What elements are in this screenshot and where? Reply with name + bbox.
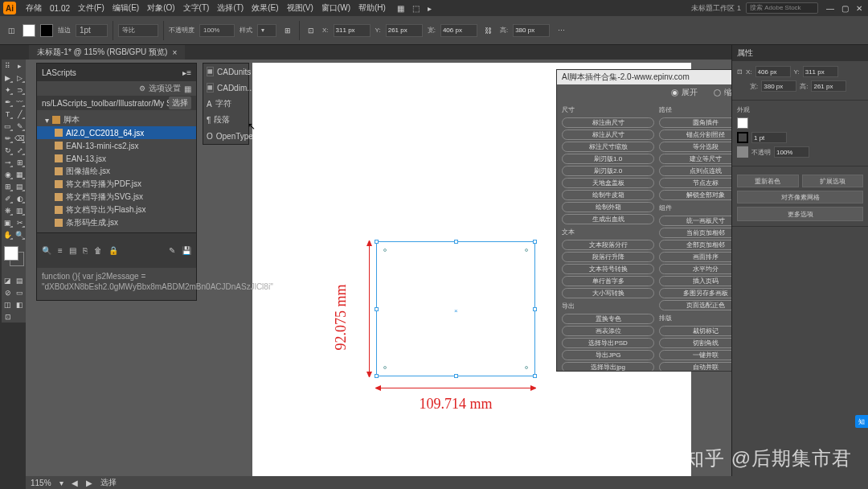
script-item[interactable]: EAN-13.jsx bbox=[37, 152, 196, 165]
script-pill[interactable]: 刷刃版2.0 bbox=[562, 166, 654, 176]
more-icon[interactable]: ⋯ bbox=[555, 24, 567, 37]
gear-icon[interactable]: ⚙ bbox=[139, 84, 145, 92]
window-minimize-icon[interactable]: — bbox=[825, 2, 836, 14]
width-tool[interactable]: ⊸ bbox=[2, 156, 14, 168]
profile-select[interactable]: 等比 bbox=[118, 24, 158, 37]
rotate-tool[interactable]: ↻ bbox=[2, 144, 14, 156]
menu-br-icon[interactable]: ▦ bbox=[394, 2, 407, 14]
collapse-icon[interactable]: ▸ bbox=[14, 60, 26, 72]
screen-mode-icon[interactable]: ⊡ bbox=[2, 310, 14, 323]
magic-wand-tool[interactable]: ✦ bbox=[2, 84, 14, 96]
color-mode-icon[interactable]: ◪ bbox=[2, 274, 14, 286]
copy-icon[interactable]: ⎘ bbox=[83, 246, 88, 255]
trash-icon[interactable]: 🗑 bbox=[94, 246, 102, 255]
slice-tool[interactable]: ✂ bbox=[14, 216, 26, 228]
prop-w-field[interactable] bbox=[761, 80, 796, 92]
menu-window[interactable]: 窗口(W) bbox=[318, 1, 354, 15]
gradient-tool[interactable]: ▤ bbox=[14, 180, 26, 192]
folder-node[interactable]: ▾脚本 bbox=[37, 113, 196, 126]
transform-anchor-icon[interactable]: ⊡ bbox=[305, 24, 317, 37]
pen-tool[interactable]: ✒ bbox=[2, 96, 14, 108]
mesh-tool[interactable]: ⊞ bbox=[2, 180, 14, 192]
dock-item[interactable]: ¶段落 bbox=[203, 112, 248, 128]
line-tool[interactable]: ╱ bbox=[14, 108, 26, 120]
color-picker[interactable] bbox=[2, 244, 26, 273]
opacity-field[interactable]: 100% bbox=[199, 24, 235, 37]
script-item[interactable]: 条形码生成.jsx bbox=[37, 216, 196, 229]
script-pill[interactable]: 绘制牛皮箱 bbox=[562, 190, 654, 200]
lasso-tool[interactable]: ⊃ bbox=[14, 84, 26, 96]
script-pill[interactable]: 生成出血线 bbox=[562, 214, 654, 224]
save-icon[interactable]: 💾 bbox=[182, 246, 191, 255]
menu-help[interactable]: 帮助(H) bbox=[355, 1, 389, 15]
align-pixel-button[interactable]: 对齐像素网格 bbox=[737, 191, 863, 203]
eraser-tool[interactable]: ⌫ bbox=[14, 132, 26, 144]
script-item[interactable]: EAN-13-mini-cs2.jsx bbox=[37, 139, 196, 152]
graph-tool[interactable]: ▥ bbox=[14, 204, 26, 216]
stroke-icon[interactable] bbox=[737, 132, 748, 143]
script-item[interactable]: AI2.0_CC2018_64.jsx bbox=[37, 126, 196, 139]
stroke-weight-field[interactable]: 1 pt bbox=[76, 24, 108, 37]
prop-y-field[interactable] bbox=[803, 66, 838, 77]
align-icon[interactable]: ⊞ bbox=[281, 24, 294, 37]
workspace-name[interactable]: 未标题工作区 1 bbox=[688, 2, 744, 15]
fold-icon[interactable]: ▤ bbox=[69, 246, 76, 255]
anchor-icon[interactable]: ⊡ bbox=[737, 68, 743, 76]
grip-icon[interactable]: ⠿ bbox=[2, 60, 14, 72]
menu-edit[interactable]: 编辑(E) bbox=[109, 1, 142, 15]
nav-prev-icon[interactable]: ◀ bbox=[72, 479, 78, 487]
path-field[interactable]: ns/LAScripts_toolbar/Illustrator/My Scri… bbox=[42, 99, 169, 108]
script-pill[interactable]: 导出JPG bbox=[562, 350, 654, 360]
dock-item[interactable]: A字符 bbox=[203, 96, 248, 112]
script-pill[interactable]: 标注从尺寸 bbox=[562, 129, 654, 140]
w-field[interactable] bbox=[440, 24, 477, 37]
script-pill[interactable]: 画表添位 bbox=[562, 326, 654, 336]
prop-stroke-field[interactable] bbox=[751, 132, 787, 143]
settings-label[interactable]: 选项设置 bbox=[149, 83, 181, 94]
script-pill[interactable]: 置换专色 bbox=[562, 314, 654, 324]
script-pill[interactable]: 文本段落分行 bbox=[562, 240, 654, 250]
script-item[interactable]: 将文档导播为PDF.jsx bbox=[37, 178, 196, 191]
script-pill[interactable]: 标注尺寸缩放 bbox=[562, 142, 654, 152]
fill-swatch[interactable] bbox=[23, 24, 35, 37]
x-field[interactable] bbox=[334, 24, 371, 37]
script-pill[interactable]: 选择导出jpg bbox=[562, 362, 654, 371]
menu-arrange-icon[interactable]: ▸ bbox=[424, 2, 435, 14]
draw-behind-icon[interactable]: ◫ bbox=[2, 298, 14, 310]
search-icon[interactable]: 🔍 bbox=[42, 246, 51, 255]
selection-tool[interactable]: ▶ bbox=[2, 72, 14, 84]
paintbrush-tool[interactable]: ✎ bbox=[14, 120, 26, 132]
blend-tool[interactable]: ◐ bbox=[14, 192, 26, 204]
prop-h-field[interactable] bbox=[811, 80, 846, 92]
search-input[interactable]: 搜索 Adobe Stock bbox=[746, 2, 818, 14]
script-item[interactable]: 将文档导播为SVG.jsx bbox=[37, 191, 196, 203]
script-pill[interactable]: 绘制外箱 bbox=[562, 202, 654, 212]
recolor-button[interactable]: 重新着色 bbox=[737, 175, 799, 187]
menu-object[interactable]: 对象(O) bbox=[144, 1, 178, 15]
script-pill[interactable]: 标注曲尺寸 bbox=[562, 117, 654, 128]
properties-tab[interactable]: 属性 bbox=[737, 47, 753, 59]
shape-builder-tool[interactable]: ◉ bbox=[2, 168, 14, 180]
window-maximize-icon[interactable]: ▢ bbox=[839, 2, 850, 14]
eyedropper-tool[interactable]: ✐ bbox=[2, 192, 14, 204]
expand-button[interactable]: 扩展选项 bbox=[802, 175, 864, 187]
script-pill[interactable]: 刷刃版1.0 bbox=[562, 154, 654, 164]
document-tab[interactable]: 未标题-1* @ 115% (RGB/GPU 预览)× bbox=[29, 45, 185, 60]
list-icon[interactable]: ≡ bbox=[58, 246, 63, 255]
window-close-icon[interactable]: ✕ bbox=[854, 2, 865, 14]
shaper-tool[interactable]: ✏ bbox=[2, 132, 14, 144]
script-item[interactable]: 将文档导出为Flash.jsx bbox=[37, 203, 196, 216]
draw-mode-icon[interactable]: ▭ bbox=[14, 286, 26, 298]
hand-tool[interactable]: ✋ bbox=[2, 228, 14, 240]
prop-x-field[interactable] bbox=[755, 66, 791, 77]
zoom-level[interactable]: 115% bbox=[31, 479, 51, 487]
curvature-tool[interactable]: 〰 bbox=[14, 96, 26, 108]
artboard-tool[interactable]: ▣ bbox=[2, 216, 14, 228]
dock-item[interactable]: ▦CADunits bbox=[203, 64, 248, 80]
none-mode-icon[interactable]: ⊘ bbox=[2, 286, 14, 298]
rectangle-tool[interactable]: ▭ bbox=[2, 120, 14, 132]
h-field[interactable] bbox=[513, 24, 550, 37]
menu-file[interactable]: 文件(F) bbox=[75, 1, 108, 15]
lock-icon[interactable]: 🔒 bbox=[108, 246, 118, 255]
menu-view[interactable]: 视图(V) bbox=[284, 1, 317, 15]
